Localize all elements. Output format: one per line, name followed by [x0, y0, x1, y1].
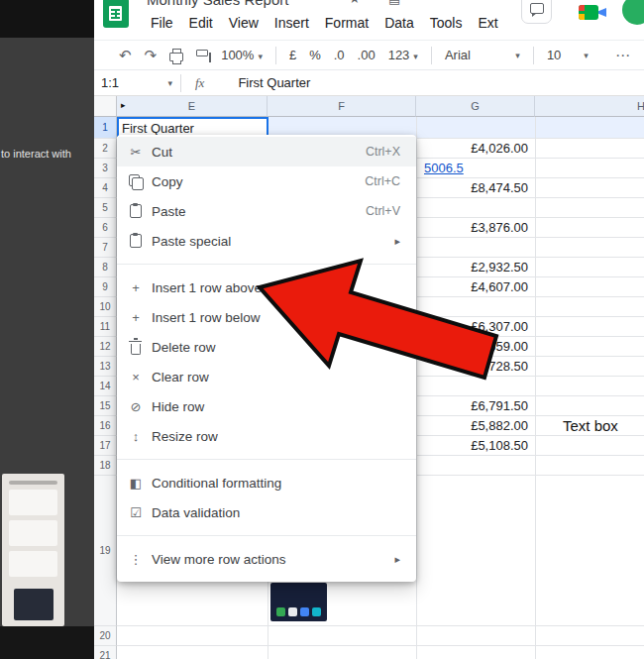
cell-G2[interactable]: £4,026.00 — [417, 139, 532, 159]
gridline — [535, 117, 536, 659]
menu-item-view-more-row-actions[interactable]: ⋮View more row actions▸ — [117, 544, 416, 574]
cell-G12[interactable]: £5,559.00 — [417, 337, 532, 357]
menu-shortcut: Ctrl+V — [366, 204, 400, 218]
app-icon — [300, 607, 309, 616]
active-cell-text: First Quarter — [122, 121, 194, 136]
link-text: 5006.5 — [424, 161, 464, 175]
clipboard-icon — [127, 202, 145, 220]
row-header-1[interactable]: 1 — [94, 117, 117, 139]
scissors-icon: ✂ — [127, 143, 145, 161]
conditional-format-icon: ◧ — [127, 474, 145, 492]
row-header-13[interactable]: 13 — [94, 357, 117, 377]
more-vertical-icon: ⋮ — [127, 550, 145, 568]
row-header-10[interactable]: 10 — [94, 297, 117, 317]
screen: to interact with Monthly Sales Report ★ … — [0, 0, 644, 659]
row-header-19[interactable]: 19 — [94, 476, 117, 626]
row-header-2[interactable]: 2 — [94, 139, 117, 159]
menu-item-label: Conditional formatting — [152, 476, 400, 491]
cell-G17[interactable]: £5,108.50 — [417, 436, 532, 456]
menu-separator — [117, 264, 416, 265]
row-header-7[interactable]: 7 — [94, 238, 117, 258]
submenu-arrow-icon: ▸ — [394, 553, 400, 566]
menu-separator — [117, 459, 416, 460]
gridline — [117, 645, 644, 646]
cell-G9[interactable]: £4,607.00 — [417, 277, 532, 297]
plus-icon: + — [127, 308, 145, 326]
app-icon — [276, 607, 285, 616]
gridline — [416, 117, 417, 659]
menu-item-label: View more row actions — [152, 552, 394, 567]
menu-item-resize-row[interactable]: ↕Resize row — [117, 421, 416, 451]
resize-icon: ↕ — [127, 427, 145, 445]
row-header-6[interactable]: 6 — [94, 218, 117, 238]
menu-item-label: Resize row — [152, 429, 400, 444]
row-header-17[interactable]: 17 — [94, 436, 117, 456]
copy-icon — [127, 172, 145, 190]
menu-item-conditional-formatting[interactable]: ◧Conditional formatting — [117, 468, 416, 497]
menu-item-label: Delete row — [152, 340, 400, 355]
cell-G13[interactable]: £2,728.50 — [417, 357, 532, 377]
cell-G15[interactable]: £6,791.50 — [417, 396, 532, 416]
context-menu: ✂CutCtrl+XCopyCtrl+CPasteCtrl+VPaste spe… — [117, 135, 416, 582]
menu-item-label: Copy — [152, 174, 365, 189]
cell-G16[interactable]: £5,882.00 — [417, 416, 532, 436]
gridline — [117, 625, 644, 626]
data-validation-icon: ☑ — [127, 503, 145, 521]
plus-icon: + — [127, 278, 145, 296]
row-header-21[interactable]: 21 — [94, 646, 117, 659]
menu-item-copy[interactable]: CopyCtrl+C — [117, 166, 416, 196]
menu-shortcut: Ctrl+X — [366, 145, 400, 159]
menu-item-label: Cut — [152, 145, 366, 160]
row-header-4[interactable]: 4 — [94, 178, 117, 198]
menu-item-insert-1-row-above[interactable]: +Insert 1 row above — [117, 273, 416, 302]
menu-shortcut: Ctrl+C — [365, 174, 400, 188]
menu-item-clear-row[interactable]: ×Clear row — [117, 362, 416, 391]
row-header-12[interactable]: 12 — [94, 337, 117, 357]
submenu-arrow-icon: ▸ — [394, 235, 400, 248]
row-header-18[interactable]: 18 — [94, 456, 117, 476]
menu-separator — [117, 535, 416, 536]
app-icon — [312, 607, 321, 616]
cell-G4[interactable]: £8,474.50 — [417, 178, 532, 198]
menu-item-label: Data validation — [152, 505, 400, 520]
row-header-8[interactable]: 8 — [94, 258, 117, 277]
row-header-14[interactable]: 14 — [94, 377, 117, 396]
cell-G3-link[interactable]: 5006.5 — [417, 159, 534, 178]
trash-icon — [127, 338, 145, 356]
cell-G8[interactable]: £2,932.50 — [417, 258, 532, 277]
menu-item-label: Paste special — [152, 234, 394, 249]
menu-item-delete-row[interactable]: Delete row — [117, 332, 416, 362]
menu-item-data-validation[interactable]: ☑Data validation — [117, 497, 416, 527]
menu-item-label: Hide row — [152, 399, 400, 414]
menu-item-cut[interactable]: ✂CutCtrl+X — [117, 137, 416, 166]
menu-item-paste-special[interactable]: Paste special▸ — [117, 226, 416, 256]
menu-item-label: Insert 1 row below — [152, 310, 400, 325]
clipboard-icon — [127, 232, 145, 250]
menu-item-paste[interactable]: PasteCtrl+V — [117, 196, 416, 226]
menu-item-insert-1-row-below[interactable]: +Insert 1 row below — [117, 302, 416, 332]
row-header-15[interactable]: 15 — [94, 396, 117, 416]
row-header-20[interactable]: 20 — [94, 626, 117, 646]
app-icon — [288, 607, 297, 616]
row-header-11[interactable]: 11 — [94, 317, 117, 337]
menu-item-hide-row[interactable]: ⊘Hide row — [117, 391, 416, 421]
menu-item-label: Clear row — [152, 370, 400, 384]
cell-G11[interactable]: £6,307.00 — [417, 317, 532, 337]
clear-icon: × — [127, 368, 145, 385]
hide-icon: ⊘ — [127, 397, 145, 415]
menu-item-label: Paste — [152, 204, 366, 219]
row-header-16[interactable]: 16 — [94, 416, 117, 436]
column-group-expand-button[interactable]: ▸ — [121, 100, 126, 110]
embedded-image[interactable] — [270, 583, 327, 621]
row-header-3[interactable]: 3 — [94, 159, 117, 178]
row-header-9[interactable]: 9 — [94, 277, 117, 297]
menu-item-label: Insert 1 row above — [152, 280, 400, 295]
row-header-5[interactable]: 5 — [94, 198, 117, 218]
cell-G6[interactable]: £3,876.00 — [417, 218, 532, 238]
